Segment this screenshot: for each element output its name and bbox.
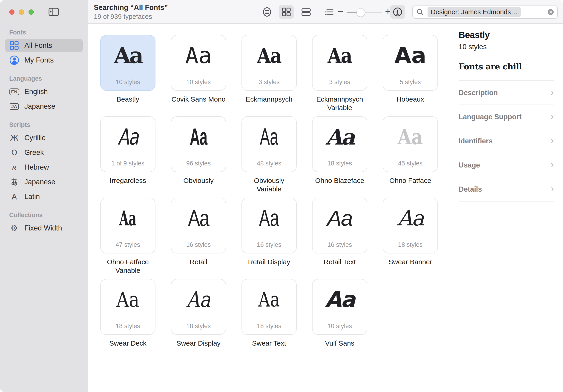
sidebar-section: Collections ⚙ Fixed Width <box>5 212 83 235</box>
font-sample-glyphs: Aa <box>383 198 437 238</box>
font-tile[interactable]: Aa 3 styles <box>242 35 297 91</box>
sidebar-item-greek[interactable]: Ω Greek <box>5 146 83 159</box>
font-card-beastly[interactable]: Aa 10 styles Beastly <box>100 35 155 104</box>
font-card-covik-sans-mono[interactable]: Aa 10 styles Covik Sans Mono <box>171 35 226 104</box>
sidebar-item-japanese[interactable]: JA Japanese <box>5 100 83 113</box>
inspector-row-details[interactable]: Details › <box>459 177 554 202</box>
font-card-swear-text[interactable]: Aa 18 styles Swear Text <box>242 279 297 348</box>
font-sample-glyphs: Aa <box>107 117 148 157</box>
typeface-count: 19 of 939 typefaces <box>94 13 168 20</box>
font-sample-glyphs: Aa <box>175 279 222 320</box>
sidebar-section: Fonts All Fonts My Fonts <box>5 29 83 67</box>
sidebar-item-latin[interactable]: A Latin <box>5 190 83 203</box>
font-card-retail-text[interactable]: Aa 16 styles Retail Text <box>312 198 367 267</box>
font-card-eckmannpsych-variable[interactable]: Aa 3 styles Eckmannpsych Variable <box>312 35 367 104</box>
font-tile[interactable]: Aa 18 styles <box>242 279 297 335</box>
font-sample-glyphs: Aa <box>171 35 226 76</box>
font-style-count: 10 styles <box>171 79 226 86</box>
sidebar-item-japanese[interactable]: Japanese <box>5 175 83 189</box>
font-name-label: Retail <box>171 257 226 266</box>
sidebar-item-label: All Fonts <box>24 41 52 50</box>
sidebar-item-cyrillic[interactable]: Ж Cyrillic <box>5 131 83 145</box>
font-tile[interactable]: Aa 3 styles <box>312 35 367 91</box>
stacked-rows-icon <box>301 7 311 17</box>
font-name-label: Eckmannpsych Variable <box>312 95 367 112</box>
font-card-ohno-blazeface[interactable]: Aa 18 styles Ohno Blazeface <box>312 116 367 185</box>
inspector-row-identifiers[interactable]: Identifiers › <box>459 129 554 153</box>
font-tile[interactable]: Aa 10 styles <box>171 35 226 91</box>
font-card-obviously-variable[interactable]: Aa 48 styles Obviously Variable <box>242 116 297 185</box>
search-field[interactable]: Designer: James Edmonds… <box>412 6 558 19</box>
font-card-vulf-sans[interactable]: Aa 10 styles Vulf Sans <box>312 279 367 348</box>
sidebar-section-header: Collections <box>5 212 83 219</box>
sidebar-item-my-fonts[interactable]: My Fonts <box>5 54 83 67</box>
font-card-hobeaux[interactable]: Aa 5 styles Hobeaux <box>383 35 438 104</box>
zoom-window-button[interactable] <box>28 9 34 15</box>
font-tile[interactable]: Aa 48 styles <box>242 116 297 172</box>
sidebar-section: Languages EN English JA Japanese <box>5 75 83 113</box>
font-tile[interactable]: Aa 18 styles <box>383 198 438 253</box>
font-tile[interactable]: Aa 47 styles <box>100 198 155 253</box>
inspector-row-label: Identifiers <box>459 137 493 145</box>
font-sample-glyphs: Aa <box>112 198 144 238</box>
inspector-row-label: Language Support <box>459 113 522 121</box>
font-sample-glyphs: Aa <box>182 117 215 157</box>
sidebar-toggle-icon[interactable] <box>48 7 60 17</box>
slider-knob[interactable] <box>357 8 365 17</box>
font-card-swear-banner[interactable]: Aa 18 styles Swear Banner <box>383 198 438 267</box>
font-style-count: 48 styles <box>242 160 296 167</box>
sidebar-item-hebrew[interactable]: א Hebrew <box>5 161 83 174</box>
sidebar-item-label: Japanese <box>24 178 55 186</box>
inspector-row-description[interactable]: Description › <box>459 81 554 105</box>
text-preview-view-button[interactable] <box>259 5 275 19</box>
size-slider[interactable] <box>347 8 382 17</box>
search-clear-button[interactable] <box>547 8 554 16</box>
font-name-label: Eckmannpsych <box>242 95 297 103</box>
search-token[interactable]: Designer: James Edmonds… <box>428 7 521 17</box>
font-card-ohno-fatface[interactable]: Aa 45 styles Ohno Fatface <box>383 116 438 185</box>
font-style-count: 10 styles <box>313 323 367 330</box>
font-card-swear-display[interactable]: Aa 18 styles Swear Display <box>171 279 226 348</box>
font-tile[interactable]: Aa 1 of 9 styles <box>100 116 155 172</box>
font-tile[interactable]: Aa 5 styles <box>383 35 438 91</box>
font-tile[interactable]: Aa 16 styles <box>242 198 297 253</box>
inspector-row-usage[interactable]: Usage › <box>459 153 554 177</box>
font-card-eckmannpsych[interactable]: Aa 3 styles Eckmannpsych <box>242 35 297 104</box>
zoom-out-button[interactable]: − <box>338 6 344 17</box>
font-card-swear-deck[interactable]: Aa 18 styles Swear Deck <box>100 279 155 348</box>
stacked-view-button[interactable] <box>298 5 314 19</box>
minimize-window-button[interactable] <box>19 9 24 15</box>
font-tile[interactable]: Aa 18 styles <box>171 279 226 335</box>
sample-list-view-button[interactable] <box>321 5 337 19</box>
font-tile[interactable]: Aa 10 styles <box>312 279 367 335</box>
sidebar-item-label: English <box>24 87 48 96</box>
font-card-irregardless[interactable]: Aa 1 of 9 styles Irregardless <box>100 116 155 185</box>
sidebar-item-all-fonts[interactable]: All Fonts <box>5 39 83 52</box>
font-sample-glyphs: Aa <box>105 279 151 320</box>
font-card-retail[interactable]: Aa 16 styles Retail <box>171 198 226 267</box>
grid-view-button[interactable] <box>279 5 294 19</box>
font-tile[interactable]: Aa 18 styles <box>100 279 155 335</box>
inspector-sample-text: Fonts are chill <box>459 61 554 81</box>
font-tile[interactable]: Aa 45 styles <box>383 116 438 172</box>
font-name-label: Retail Display <box>242 257 297 266</box>
font-card-obviously[interactable]: Aa 96 styles Obviously <box>171 116 226 185</box>
sidebar-section: Scripts Ж Cyrillic Ω Greek א Hebrew Japa… <box>5 121 83 203</box>
sidebar-item-fixed-width[interactable]: ⚙ Fixed Width <box>5 221 83 235</box>
sidebar-item-english[interactable]: EN English <box>5 85 83 98</box>
font-tile[interactable]: Aa 18 styles <box>312 116 367 172</box>
font-style-count: 10 styles <box>101 79 155 86</box>
chevron-right-icon: › <box>551 160 554 169</box>
font-tile[interactable]: Aa 10 styles <box>100 35 155 91</box>
inspector-row-language-support[interactable]: Language Support › <box>459 105 554 129</box>
sidebar-item-label: My Fonts <box>24 56 54 64</box>
font-card-ohno-fatface-variable[interactable]: Aa 47 styles Ohno Fatface Variable <box>100 198 155 267</box>
font-tile[interactable]: Aa 96 styles <box>171 116 226 172</box>
font-tile[interactable]: Aa 16 styles <box>171 198 226 253</box>
font-tile[interactable]: Aa 16 styles <box>312 198 367 253</box>
font-name-label: Obviously Variable <box>242 176 297 193</box>
close-window-button[interactable] <box>9 9 14 15</box>
font-style-count: 18 styles <box>313 160 367 167</box>
info-button[interactable] <box>390 5 405 19</box>
font-card-retail-display[interactable]: Aa 16 styles Retail Display <box>242 198 297 267</box>
